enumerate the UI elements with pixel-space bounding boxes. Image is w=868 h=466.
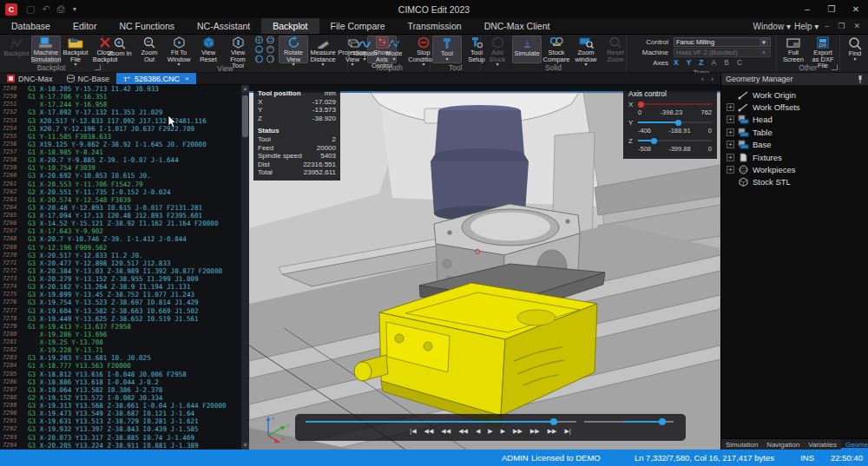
forward-block-button[interactable]: ▶▶ — [513, 426, 523, 436]
toolpath-button[interactable]: Toolpath ▾ — [350, 36, 379, 63]
menu-nc-assistant[interactable]: NC-Assistant — [186, 18, 261, 34]
expand-icon[interactable]: + — [727, 128, 734, 136]
gcode-line[interactable]: 7261G1 X-20.553 Y-11.706 F1542.79 — [0, 180, 241, 188]
gcode-line[interactable]: 7285G3 X-18.812 Y13.616 I-0.048 J0.006 F… — [0, 371, 241, 378]
play-button[interactable]: ▶ — [488, 426, 492, 436]
gcode-line[interactable]: 7268G3 X-20.7 Y-10.746 Z-39. I-1.412 J-0… — [0, 235, 241, 243]
menu-transmission[interactable]: Transmission — [397, 18, 473, 34]
menu-window[interactable]: Window ▾ — [753, 22, 791, 31]
gcode-line[interactable]: 7271G3 X-20.477 Y-12.898 I20.517 J12.833 — [0, 259, 241, 267]
gcode-line[interactable]: 7269G1 Y-12.196 F909.562 — [0, 244, 241, 252]
tree-item-head[interactable]: +Head — [721, 114, 868, 126]
axis-toggle-a[interactable]: A — [712, 58, 717, 67]
gcode-line[interactable]: 7278G3 X-19.449 Y-13.625 Z-38.652 I0.519… — [0, 315, 241, 323]
editor-tab-526386-cnc[interactable]: T+526386.CNC× — [116, 73, 196, 84]
axis-toggle-z[interactable]: Z — [699, 58, 703, 67]
gcode-line[interactable]: 7258G3 X-20.7 Y-9.885 Z-39. I-0.07 J-1.6… — [0, 156, 241, 164]
stock-compare-button[interactable]: Stock Compare — [542, 36, 571, 63]
rewind-fast-button[interactable]: ◀◀ — [441, 426, 450, 436]
gcode-line[interactable]: 7275G3 X-19.899 Y-13.45 Z-38.752 I1.077 … — [0, 291, 241, 299]
gcode-line[interactable]: 7260G3 X-20.692 Y-10.853 I0.615 J0. — [0, 172, 241, 180]
view-iso-button[interactable] — [254, 36, 266, 45]
step-back-button[interactable]: ◀ — [476, 426, 480, 436]
gcode-line[interactable]: 7262G2 X-20.551 Y-11.735 I-0.152 J-0.024 — [0, 188, 241, 196]
view-left-button[interactable] — [254, 55, 266, 64]
gcode-line[interactable]: 7274G3 X-20.162 Y-13.264 Z-38.9 I1.194 J… — [0, 283, 241, 291]
tree-item-work-offsets[interactable]: +Work Offsets — [721, 101, 868, 113]
gcode-line[interactable]: 7253G3 X20.517 Y-12.833 I17.092 J17.132 … — [0, 117, 241, 125]
axis-toggle-b[interactable]: B — [724, 58, 729, 67]
doc-restore-button[interactable]: ❐ — [835, 22, 847, 30]
tree-item-fixtures[interactable]: +Fixtures — [721, 151, 868, 163]
speed-handle[interactable] — [659, 418, 666, 425]
undo-icon[interactable]: ↶ — [42, 3, 49, 15]
gcode-line[interactable]: 7256G3 X19.125 Y-9.862 Z-38.92 I-1.645 J… — [0, 141, 241, 148]
expand-icon[interactable]: + — [727, 141, 734, 148]
print-icon[interactable]: ⎙ — [57, 3, 65, 15]
skip-end-button[interactable]: ▶| — [564, 426, 570, 436]
tree-item-work-origin[interactable]: Work Origin — [721, 89, 868, 101]
gcode-line[interactable]: 7277G3 X-19.604 Y-13.582 Z-38.663 I0.669… — [0, 307, 241, 315]
menu-help[interactable]: Help ▾ — [794, 22, 819, 31]
gcode-line[interactable]: 7276G3 X-19.754 Y-13.523 Z-38.697 I0.814… — [0, 299, 241, 306]
panel-tab-variables[interactable]: Variables — [804, 439, 841, 450]
forward-tool-button[interactable]: ▶▶ — [548, 426, 557, 436]
menu-editor[interactable]: Editor — [62, 18, 108, 34]
scroll-down-icon[interactable]: ▼ — [241, 442, 249, 450]
menu-dnc-max-client[interactable]: DNC-Max Client — [473, 18, 562, 34]
gcode-line[interactable]: 7288G2 X-19.152 Y13.572 I-0.082 J0.334 — [0, 394, 241, 402]
gcode-line[interactable]: 7289G3 X-19.313 Y13.568 Z-38.661 I-0.04 … — [0, 402, 241, 410]
gcode-line[interactable]: 7294G3 X-20.205 Y13.224 Z-38.911 I0.881 … — [0, 442, 241, 450]
rewind-block-button[interactable]: ◀◀ — [458, 426, 468, 436]
gcode-line[interactable]: 7264G3 X-20.48 Y-12.893 I0.615 J-0.017 F… — [0, 204, 241, 212]
tree-item-base[interactable]: +Base — [721, 139, 868, 151]
expand-icon[interactable]: + — [727, 166, 734, 174]
tree-item-stock-stl[interactable]: Stock STL — [721, 176, 868, 188]
reset-zoom-button[interactable]: Reset Zoom — [601, 36, 630, 63]
gcode-line[interactable]: 7255G1 Y-11.505 F3038.633 — [0, 133, 241, 141]
menu-backplot[interactable]: Backplot — [261, 18, 319, 34]
menu-nc-functions[interactable]: NC Functions — [108, 18, 186, 34]
backplot-launcher-icon[interactable] — [95, 64, 101, 70]
gcode-line[interactable]: 7272G3 X-20.384 Y-13.03 Z-38.989 I1.392 … — [0, 267, 241, 275]
doc-close-button[interactable]: ✕ — [851, 22, 863, 30]
view-reset-button[interactable]: View Reset — [194, 36, 223, 63]
zoom-out-button[interactable]: Zoom Out — [135, 36, 164, 63]
gcode-line[interactable]: 7251 X-17.244 Y-16.958 — [0, 101, 241, 108]
full-screen-button[interactable]: Full Screen — [779, 36, 808, 63]
pin-icon[interactable] — [857, 75, 864, 83]
tab-close-icon[interactable]: × — [185, 75, 189, 82]
restore-button[interactable]: ❐ — [819, 0, 844, 18]
gcode-line[interactable]: 7265G3 X-17.094 Y-17.13 I20.48 J12.893 F… — [0, 212, 241, 220]
zoom-window-button[interactable]: Zoom window ▾ — [571, 36, 601, 63]
simulation-viewport[interactable]: Tool positionmm X-17.029 Y-13.573 Z-38.9… — [249, 85, 720, 450]
qat-dropdown-icon[interactable]: ▼ — [71, 6, 77, 12]
gcode-line[interactable]: 7270G3 X-20.517 Y-12.833 I1.2 J0. — [0, 252, 241, 259]
step-forward-button[interactable]: ▶ — [501, 426, 505, 436]
gcode-line[interactable]: 7279G1 X-19.413 Y-13.637 F2958 — [0, 323, 241, 331]
backplot-file-button[interactable]: Backplot File ▾ — [61, 36, 90, 63]
gcode-line[interactable]: 7273G3 X-20.279 Y-13.152 Z-38.955 I1.299… — [0, 275, 241, 283]
simulate-button[interactable]: Simulate — [512, 36, 542, 63]
expand-icon[interactable]: + — [727, 154, 734, 161]
tree-item-workpieces[interactable]: +Workpieces — [721, 163, 868, 175]
tool-button[interactable]: Tool ▾ — [432, 36, 462, 63]
gcode-line[interactable]: 7263G1 X-20.574 Y-12.548 F3039 — [0, 196, 241, 204]
other-launcher-icon[interactable] — [832, 64, 838, 70]
export-dxf-button[interactable]: DXF Export as DXF File — [808, 36, 838, 63]
gcode-line[interactable]: 7286G3 X-18.886 Y13.618 I-0.044 J-0.2 — [0, 378, 241, 386]
editor-tab-dnc-max[interactable]: DNC-Max — [0, 73, 60, 84]
gcode-line[interactable]: 7287G3 X-19.064 Y13.582 I0.386 J-2.378 — [0, 386, 241, 394]
axis-toggle-c[interactable]: C — [737, 58, 742, 67]
machine-simulation-button[interactable]: Machine Simulation — [31, 36, 61, 63]
view-back-button[interactable] — [266, 45, 277, 55]
scrollbar-thumb[interactable] — [242, 95, 248, 137]
gcode-line[interactable]: 7250G1 X-17.706 Y-16.351 — [0, 93, 241, 101]
tree-item-table[interactable]: +Table — [721, 126, 868, 138]
gcode-line[interactable]: 7290G3 X-19.473 Y13.549 Z-38.687 I0.121 … — [0, 410, 241, 417]
gcode-line[interactable]: 7266G3 X-14.52 Y-15.121 Z-38.92 I1.162 J… — [0, 220, 241, 227]
gcode-line[interactable]: 7249G3 X-18.205 Y-15.713 I1.42 J0.933 — [0, 85, 241, 93]
tab-scroll-right-button[interactable]: › — [711, 75, 713, 83]
scroll-up-icon[interactable]: ▲ — [241, 85, 249, 93]
view-from-tool-button[interactable]: View From Tool — [223, 36, 253, 63]
